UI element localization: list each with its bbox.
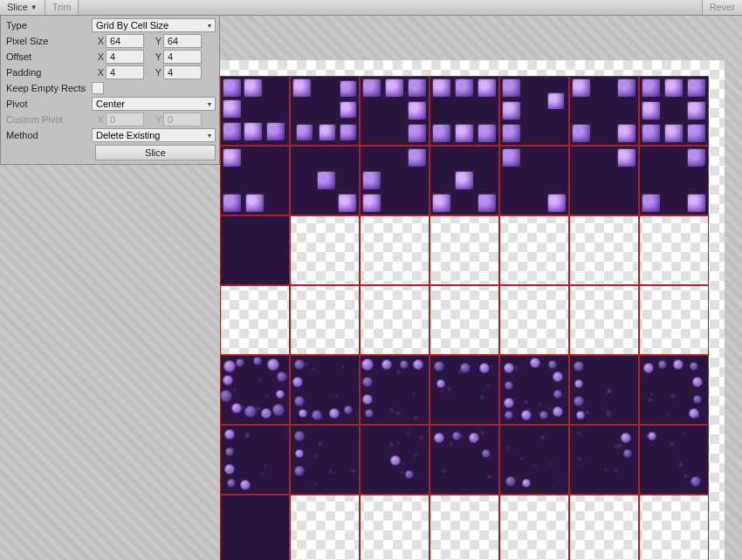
padding-x-input[interactable] (106, 65, 144, 79)
toolbar-spacer (79, 0, 701, 15)
slice-menu-button[interactable]: Slice▼ (0, 0, 45, 15)
sprite-cell[interactable] (360, 495, 429, 560)
sprite-cell[interactable] (639, 76, 709, 146)
slice-menu-label: Slice (7, 2, 28, 12)
method-label: Method (4, 130, 92, 140)
slice-button[interactable]: Slice (95, 145, 216, 160)
sprite-cell[interactable] (639, 355, 709, 425)
sprite-cell[interactable] (290, 355, 360, 425)
sprite-cell[interactable] (569, 146, 639, 215)
custom-pivot-x-input (106, 113, 144, 126)
sprite-cell[interactable] (220, 355, 290, 425)
keep-empty-label: Keep Empty Rects (4, 83, 92, 93)
custom-pivot-label: Custom Pivot (4, 114, 92, 125)
sprite-cell[interactable] (429, 355, 499, 425)
x-label: X (92, 36, 104, 46)
x-label: X (92, 67, 104, 78)
revert-label: Rever (710, 2, 735, 12)
sprite-cell[interactable] (429, 146, 499, 215)
sprite-cell[interactable] (569, 76, 639, 146)
sprite-cell[interactable] (290, 76, 360, 146)
chevron-down-icon: ▾ (208, 100, 211, 108)
sprite-cell[interactable] (290, 146, 360, 215)
pivot-value: Center (96, 99, 125, 109)
pixel-size-y-input[interactable] (163, 34, 202, 48)
offset-y-input[interactable] (163, 50, 202, 64)
sprite-cell[interactable] (499, 495, 569, 560)
sprite-cell[interactable] (499, 146, 569, 215)
sprite-cell[interactable] (499, 76, 569, 146)
offset-label: Offset (4, 51, 92, 62)
x-label: X (92, 114, 104, 125)
sprite-cell[interactable] (639, 215, 709, 285)
y-label: Y (149, 114, 161, 125)
x-label: X (92, 51, 104, 62)
caret-down-icon: ▼ (31, 3, 38, 11)
sprite-cell[interactable] (499, 355, 569, 425)
custom-pivot-y-input (163, 113, 202, 126)
sprite-cell[interactable] (499, 285, 569, 355)
pixel-size-label: Pixel Size (4, 36, 92, 46)
sprite-cell[interactable] (429, 495, 499, 560)
chevron-down-icon: ▾ (208, 132, 211, 140)
sprite-cell[interactable] (639, 146, 709, 215)
sprite-cell[interactable] (429, 215, 499, 285)
sprite-cell[interactable] (499, 215, 569, 285)
pixel-size-x-input[interactable] (106, 34, 144, 48)
y-label: Y (149, 67, 161, 78)
trim-label: Trim (52, 2, 72, 12)
sprite-cell[interactable] (639, 285, 709, 355)
sprite-cell[interactable] (429, 76, 499, 146)
revert-button[interactable]: Rever (702, 0, 742, 15)
sprite-cell[interactable] (220, 285, 290, 355)
sprite-cell[interactable] (360, 146, 429, 215)
sprite-sheet[interactable] (220, 76, 709, 560)
y-label: Y (149, 36, 161, 46)
sprite-cell[interactable] (639, 425, 709, 495)
type-label: Type (4, 20, 92, 31)
sprite-cell[interactable] (639, 495, 709, 560)
sprite-cell[interactable] (569, 355, 639, 425)
padding-y-input[interactable] (163, 65, 202, 79)
keep-empty-checkbox[interactable] (92, 82, 104, 94)
method-value: Delete Existing (96, 130, 160, 140)
pivot-label: Pivot (4, 99, 92, 109)
sprite-cell[interactable] (290, 495, 360, 560)
type-value: Grid By Cell Size (96, 20, 168, 31)
slice-button-label: Slice (145, 147, 166, 158)
sprite-cell[interactable] (290, 425, 360, 495)
sprite-cell[interactable] (360, 355, 429, 425)
y-label: Y (149, 51, 161, 62)
sprite-cell[interactable] (360, 76, 429, 146)
padding-label: Padding (4, 67, 92, 78)
slice-panel: Type Grid By Cell Size ▾ Pixel Size X Y … (0, 16, 220, 165)
offset-x-input[interactable] (106, 50, 144, 64)
sprite-cell[interactable] (220, 215, 290, 285)
sprite-cell[interactable] (220, 146, 290, 215)
sprite-cell[interactable] (429, 425, 499, 495)
pivot-select[interactable]: Center ▾ (92, 97, 216, 111)
toolbar: Slice▼ Trim Rever (0, 0, 742, 16)
sprite-cell[interactable] (569, 215, 639, 285)
sprite-cell[interactable] (569, 425, 639, 495)
sprite-cell[interactable] (360, 285, 429, 355)
sprite-cell[interactable] (220, 495, 290, 560)
method-select[interactable]: Delete Existing ▾ (92, 128, 216, 142)
sprite-cell[interactable] (290, 285, 360, 355)
sprite-cell[interactable] (429, 285, 499, 355)
sprite-cell[interactable] (220, 76, 290, 146)
sprite-cell[interactable] (569, 495, 639, 560)
sprite-cell[interactable] (569, 285, 639, 355)
sprite-cell[interactable] (499, 425, 569, 495)
trim-button[interactable]: Trim (45, 0, 79, 15)
type-select[interactable]: Grid By Cell Size ▾ (92, 18, 216, 32)
sprite-cell[interactable] (360, 425, 429, 495)
sprite-cell[interactable] (290, 215, 360, 285)
chevron-down-icon: ▾ (208, 22, 211, 30)
sprite-cell[interactable] (360, 215, 429, 285)
sprite-cell[interactable] (220, 425, 290, 495)
